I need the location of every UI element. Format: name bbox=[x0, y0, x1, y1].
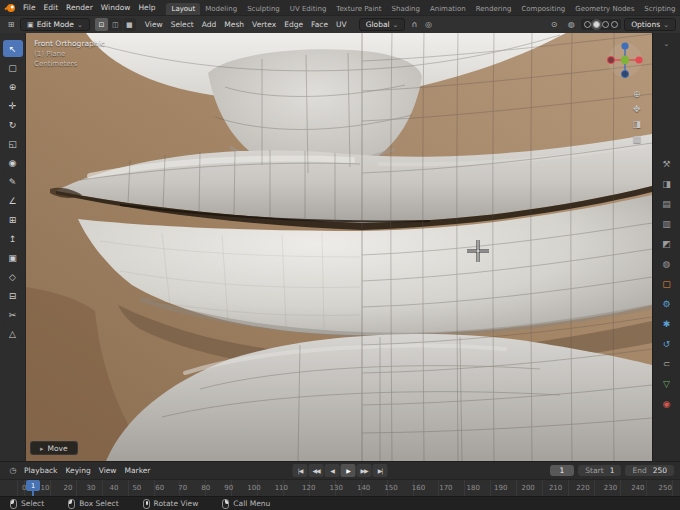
workspace-tab[interactable]: Compositing bbox=[516, 3, 570, 15]
properties-tab-modifiers[interactable]: ⚙ bbox=[658, 297, 676, 310]
properties-tab-world[interactable]: ◍ bbox=[658, 257, 676, 270]
tool-rotate[interactable]: ↻ bbox=[3, 116, 23, 133]
timeline-header: PlaybackKeyingViewMarker |◀◀◀◀▶▶▶▶| 1 St… bbox=[0, 461, 680, 479]
menu-item[interactable]: Window bbox=[97, 2, 135, 13]
tool-cursor[interactable]: ⊕ bbox=[3, 78, 23, 95]
header-right-cluster: Options bbox=[547, 18, 676, 31]
properties-tab-tool[interactable]: ⚒ bbox=[658, 157, 676, 170]
tool-move[interactable]: ✛ bbox=[3, 97, 23, 114]
workspace-tab[interactable]: Modeling bbox=[200, 3, 242, 15]
viewport-menu-item[interactable]: Select bbox=[167, 19, 198, 30]
shading-mode-icon-rendered[interactable] bbox=[611, 21, 618, 28]
ruler-number: 70 bbox=[178, 484, 187, 492]
workspace-tab[interactable]: Animation bbox=[425, 3, 471, 15]
timeline-menu-item[interactable]: Playback bbox=[20, 465, 61, 476]
workspace-tab[interactable]: Shading bbox=[387, 3, 425, 15]
status-box-select: Box Select bbox=[68, 499, 118, 509]
timeline-menu-item[interactable]: View bbox=[95, 465, 121, 476]
timeline-menu-item[interactable]: Marker bbox=[120, 465, 154, 476]
properties-tab-scene[interactable]: ◩ bbox=[658, 237, 676, 250]
tool-extrude-region[interactable]: ↥ bbox=[3, 230, 23, 247]
transform-orientation-selector[interactable]: Global bbox=[359, 18, 406, 31]
properties-tab-object-data[interactable]: ▽ bbox=[658, 377, 676, 390]
shading-mode-icon-solid[interactable] bbox=[593, 21, 600, 28]
editor-type-icon[interactable] bbox=[4, 18, 18, 31]
workspace-tab[interactable]: UV Editing bbox=[285, 3, 332, 15]
status-select-label: Select bbox=[21, 499, 44, 508]
select-mode-icon-edge-select[interactable]: ◫ bbox=[109, 18, 122, 31]
tool-inset-faces[interactable]: ▣ bbox=[3, 249, 23, 266]
transport-button-prev-keyframe[interactable]: ◀◀ bbox=[309, 464, 324, 477]
menu-item[interactable]: Edit bbox=[40, 2, 63, 13]
workspace-tab[interactable]: Scripting bbox=[639, 3, 680, 15]
properties-tab-render[interactable]: ◨ bbox=[658, 177, 676, 190]
transport-button-play[interactable]: ▶ bbox=[341, 464, 356, 477]
viewport-menu-item[interactable]: Vertex bbox=[248, 19, 280, 30]
viewport-gadget-toggle-grid[interactable]: ▦ bbox=[632, 134, 641, 144]
transport-button-jump-to-end[interactable]: ▶| bbox=[373, 464, 388, 477]
properties-tab-output[interactable]: ▤ bbox=[658, 197, 676, 210]
select-mode-icon-vertex-select[interactable]: ⊡ bbox=[95, 18, 108, 31]
properties-tab-object[interactable]: ▢ bbox=[658, 277, 676, 290]
options-dropdown[interactable]: Options bbox=[624, 18, 676, 31]
transport-button-play-reverse[interactable]: ◀ bbox=[325, 464, 340, 477]
operator-panel[interactable]: Move bbox=[30, 441, 78, 455]
timeline-menu-item[interactable]: Keying bbox=[61, 465, 94, 476]
tool-select-box[interactable]: ▢ bbox=[3, 59, 23, 76]
tool-scale[interactable]: ◱ bbox=[3, 135, 23, 152]
properties-tab-view-layer[interactable]: ▥ bbox=[658, 217, 676, 230]
frame-start-field[interactable]: Start 1 bbox=[578, 465, 621, 476]
tool-loop-cut[interactable]: ⊟ bbox=[3, 287, 23, 304]
tool-measure[interactable]: ∠ bbox=[3, 192, 23, 209]
snap-icon-snap-magnet[interactable]: ∩ bbox=[407, 18, 421, 31]
mode-selector[interactable]: Edit Mode bbox=[20, 18, 90, 31]
viewport-menu-item[interactable]: Mesh bbox=[220, 19, 248, 30]
transport-button-jump-to-start[interactable]: |◀ bbox=[293, 464, 308, 477]
timeline-ruler[interactable]: 0102030405060708090100110120130140150160… bbox=[0, 479, 680, 496]
tool-transform[interactable]: ◉ bbox=[3, 154, 23, 171]
tool-add-cube[interactable]: ⊞ bbox=[3, 211, 23, 228]
properties-tab-constraints[interactable]: ⊂ bbox=[658, 357, 676, 370]
workspace-tab[interactable]: Sculpting bbox=[242, 3, 285, 15]
viewport-menu-item[interactable]: Add bbox=[198, 19, 221, 30]
menu-item[interactable]: File bbox=[19, 2, 40, 13]
snap-icon-proportional-editing[interactable]: ◎ bbox=[421, 18, 435, 31]
viewport-menu-item[interactable]: UV bbox=[332, 19, 351, 30]
blender-logo-icon[interactable] bbox=[4, 3, 16, 13]
select-mode-icon-face-select[interactable]: ■ bbox=[123, 18, 136, 31]
menu-item[interactable]: Help bbox=[134, 2, 159, 13]
workspace-tab[interactable]: Rendering bbox=[471, 3, 517, 15]
viewport-menu-item[interactable]: Face bbox=[307, 19, 332, 30]
current-frame-field[interactable]: 1 bbox=[550, 465, 575, 476]
workspace-tab[interactable]: Layout bbox=[166, 3, 200, 15]
frame-end-field[interactable]: End 250 bbox=[625, 465, 674, 476]
playhead[interactable]: 1 bbox=[26, 480, 40, 496]
viewport-gadget-zoom[interactable]: ⊕ bbox=[633, 89, 641, 99]
show-overlays-icon[interactable] bbox=[564, 18, 578, 31]
transport-button-next-keyframe[interactable]: ▶▶ bbox=[357, 464, 372, 477]
timeline-editor-icon[interactable] bbox=[6, 464, 20, 477]
workspace-tab[interactable]: Texture Paint bbox=[331, 3, 386, 15]
navigation-gizmo[interactable] bbox=[606, 41, 644, 79]
shading-mode-icon-wireframe[interactable] bbox=[584, 21, 591, 28]
properties-tab-particles[interactable]: ✱ bbox=[658, 317, 676, 330]
properties-tab-physics[interactable]: ↺ bbox=[658, 337, 676, 350]
show-gizmo-icon[interactable] bbox=[547, 18, 561, 31]
tool-bevel[interactable]: ◇ bbox=[3, 268, 23, 285]
viewport-3d[interactable]: ↖▢⊕✛↻◱◉✎∠⊞↥▣◇⊟✂△ Front Orthographic (1) … bbox=[0, 33, 652, 461]
viewport-gadget-camera-view[interactable]: ◨ bbox=[632, 119, 641, 129]
workspace-tab[interactable]: Geometry Nodes bbox=[570, 3, 639, 15]
properties-header[interactable] bbox=[664, 33, 670, 47]
menu-item[interactable]: Render bbox=[62, 2, 97, 13]
tool-annotate[interactable]: ✎ bbox=[3, 173, 23, 190]
shading-mode-icon-material-preview[interactable] bbox=[602, 21, 609, 28]
tool-knife[interactable]: ✂ bbox=[3, 306, 23, 323]
viewport-menu-item[interactable]: View bbox=[141, 19, 167, 30]
status-rotate-view: Rotate View bbox=[143, 499, 199, 509]
viewport-menu-item[interactable]: Edge bbox=[280, 19, 307, 30]
tool-tweak[interactable]: ↖ bbox=[3, 40, 23, 57]
tool-poly-build[interactable]: △ bbox=[3, 325, 23, 342]
ruler-number: 240 bbox=[631, 484, 644, 492]
properties-tab-material[interactable]: ◉ bbox=[658, 397, 676, 410]
viewport-gadget-move-view[interactable]: ✥ bbox=[633, 104, 641, 114]
